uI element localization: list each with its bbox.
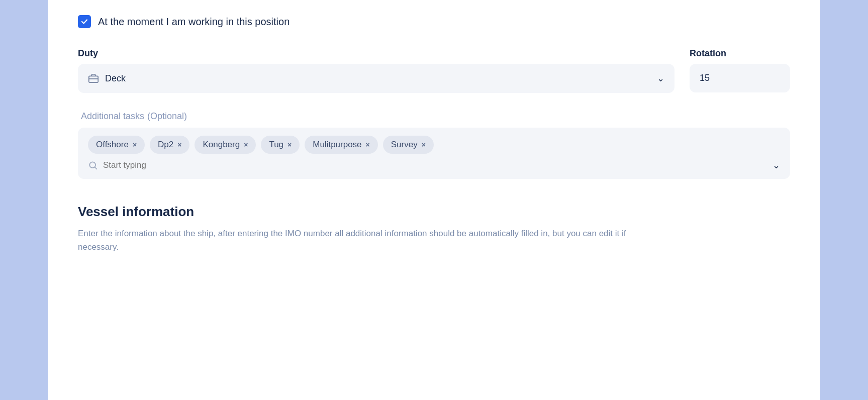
right-sidebar <box>820 0 868 400</box>
main-content: At the moment I am working in this posit… <box>48 0 820 400</box>
tag-label: Offshore <box>96 140 129 150</box>
tag-remove-button[interactable]: × <box>287 141 292 149</box>
tag-label: Kongberg <box>203 140 240 150</box>
list-item: Dp2× <box>150 136 189 154</box>
additional-tasks-container: Offshore×Dp2×Kongberg×Tug×Mulitpurpose×S… <box>78 128 790 179</box>
tag-remove-button[interactable]: × <box>244 141 248 149</box>
duty-select[interactable]: Deck ⌄ <box>78 64 674 93</box>
left-sidebar <box>0 0 48 400</box>
svg-line-3 <box>95 167 97 169</box>
duty-label: Duty <box>78 48 674 59</box>
tag-label: Survey <box>391 140 418 150</box>
additional-tasks-chevron-icon: ⌄ <box>773 160 780 171</box>
working-position-row: At the moment I am working in this posit… <box>78 15 790 28</box>
list-item: Kongberg× <box>195 136 256 154</box>
vessel-info-section: Vessel information Enter the information… <box>78 204 790 254</box>
briefcase-icon <box>88 73 99 84</box>
duty-rotation-row: Duty Deck ⌄ Rotation <box>78 48 790 93</box>
list-item: Tug× <box>261 136 300 154</box>
svg-rect-0 <box>89 76 98 82</box>
list-item: Mulitpurpose× <box>305 136 378 154</box>
list-item: Survey× <box>383 136 434 154</box>
tag-label: Tug <box>269 140 283 150</box>
tag-remove-button[interactable]: × <box>133 141 137 149</box>
tag-remove-button[interactable]: × <box>366 141 370 149</box>
tag-remove-button[interactable]: × <box>422 141 426 149</box>
list-item: Offshore× <box>88 136 145 154</box>
working-position-checkbox[interactable] <box>78 15 91 28</box>
additional-tasks-label: Additional tasks(Optional) <box>78 111 790 122</box>
additional-tasks-search[interactable] <box>103 160 767 170</box>
vessel-info-description: Enter the information about the ship, af… <box>78 227 631 254</box>
additional-tasks-section: Additional tasks(Optional) Offshore×Dp2×… <box>78 111 790 179</box>
search-row: ⌄ <box>88 160 780 171</box>
tag-label: Mulitpurpose <box>313 140 361 150</box>
working-position-label: At the moment I am working in this posit… <box>98 16 290 28</box>
duty-value: Deck <box>105 73 651 84</box>
rotation-field-group: Rotation <box>690 48 790 92</box>
rotation-input[interactable] <box>690 64 790 92</box>
search-icon <box>88 160 98 170</box>
rotation-label: Rotation <box>690 48 790 59</box>
tag-label: Dp2 <box>158 140 173 150</box>
tags-row: Offshore×Dp2×Kongberg×Tug×Mulitpurpose×S… <box>88 136 780 154</box>
duty-field-group: Duty Deck ⌄ <box>78 48 674 93</box>
tag-remove-button[interactable]: × <box>177 141 181 149</box>
page-wrapper: At the moment I am working in this posit… <box>0 0 868 400</box>
duty-chevron-icon: ⌄ <box>657 73 664 84</box>
vessel-info-title: Vessel information <box>78 204 790 220</box>
